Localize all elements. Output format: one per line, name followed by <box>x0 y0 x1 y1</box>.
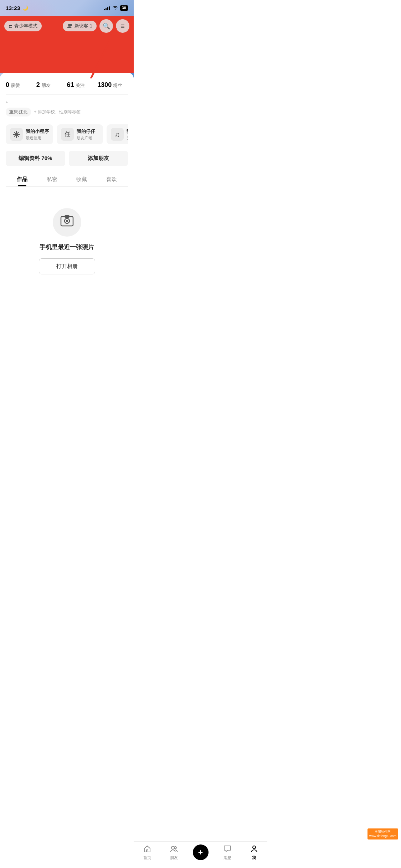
fans-number: 1300 <box>97 81 112 89</box>
quick-actions-row: 我的小程序 最近使用 任 我的仔仔 朋友广场 ♫ 我的 已收 <box>6 122 128 149</box>
works-empty-state: 手机里最近一张照片 打开相册 <box>0 187 134 289</box>
svg-point-3 <box>70 24 72 26</box>
stat-fans[interactable]: 1300 粉丝 <box>97 81 128 89</box>
battery-badge: 30 <box>120 5 128 11</box>
music-sub: 已收 <box>127 135 128 141</box>
status-time: 13:23 <box>6 5 20 11</box>
new-visitor-icon <box>67 23 73 29</box>
signal-bar-1 <box>104 9 105 10</box>
photo-icon <box>60 215 74 229</box>
profile-section: 0 获赞 2 朋友 61 关注 1300 粉丝 。 重庆·江北 + 添加学校、性… <box>0 73 134 187</box>
status-bar: 13:23 🌙 30 <box>0 0 134 13</box>
nav-bar: ⊏ 青少年模式 新访客 1 🔍 ≡ <box>0 16 134 36</box>
stat-friends[interactable]: 2 朋友 <box>36 81 67 89</box>
mini-programs-sub: 最近使用 <box>26 135 49 141</box>
mini-programs-title: 我的小程序 <box>26 128 49 135</box>
music-text: 我的 已收 <box>127 128 128 141</box>
stat-following[interactable]: 61 关注 <box>67 81 98 89</box>
photo-icon-circle <box>53 208 81 237</box>
svg-point-10 <box>66 220 68 222</box>
quick-action-music[interactable]: ♫ 我的 已收 <box>107 124 128 144</box>
zaizai-sub: 朋友广场 <box>77 135 95 141</box>
tab-likes[interactable]: 喜欢 <box>97 172 127 186</box>
content-tabs: 作品 私密 收藏 喜欢 <box>6 172 128 187</box>
following-number: 61 <box>67 81 74 89</box>
friends-number: 2 <box>36 81 40 89</box>
zaizai-icon: 任 <box>61 128 74 141</box>
menu-button[interactable]: ≡ <box>116 19 129 33</box>
tags-row: 重庆·江北 + 添加学校、性别等标签 <box>6 105 128 122</box>
works-empty-title: 手机里最近一张照片 <box>40 243 94 251</box>
tab-favorites[interactable]: 收藏 <box>67 172 97 186</box>
youth-mode-pill[interactable]: ⊏ 青少年模式 <box>4 21 42 31</box>
fans-label: 粉丝 <box>113 82 122 89</box>
signal-bars <box>104 6 110 10</box>
new-visitor-pill[interactable]: 新访客 1 <box>63 21 97 31</box>
quick-action-mini-programs[interactable]: 我的小程序 最近使用 <box>6 124 53 144</box>
youth-mode-icon: ⊏ <box>9 24 12 29</box>
mini-programs-icon <box>10 128 23 141</box>
signal-bar-2 <box>106 8 107 10</box>
add-tag-label: + 添加学校、性别等标签 <box>34 109 80 115</box>
zaizai-title: 我的仔仔 <box>77 128 95 135</box>
wifi-icon <box>112 5 118 11</box>
action-buttons: 编辑资料 70% 添加朋友 <box>6 149 128 172</box>
add-friend-button[interactable]: 添加朋友 <box>69 151 128 166</box>
add-tag-button[interactable]: + 添加学校、性别等标签 <box>34 109 80 115</box>
edit-profile-button[interactable]: 编辑资料 70% <box>6 151 65 166</box>
status-icons: 30 <box>104 5 128 11</box>
following-label: 关注 <box>76 82 85 89</box>
stat-likes: 0 获赞 <box>6 81 36 89</box>
stats-row: 0 获赞 2 朋友 61 关注 1300 粉丝 <box>6 78 128 95</box>
new-visitor-label: 新访客 1 <box>74 23 92 29</box>
likes-number: 0 <box>6 81 9 89</box>
zaizai-text: 我的仔仔 朋友广场 <box>77 128 95 141</box>
open-album-button[interactable]: 打开相册 <box>39 258 95 274</box>
youth-mode-label: 青少年模式 <box>14 23 37 29</box>
menu-icon: ≡ <box>120 22 125 30</box>
quick-action-zaizai[interactable]: 任 我的仔仔 朋友广场 <box>57 124 103 144</box>
search-icon: 🔍 <box>103 22 110 30</box>
signal-bar-4 <box>109 6 110 10</box>
friends-label: 朋友 <box>41 82 51 89</box>
tab-works[interactable]: 作品 <box>7 172 37 186</box>
music-icon: ♫ <box>111 128 124 141</box>
bio-dot: 。 <box>6 95 128 105</box>
mini-programs-text: 我的小程序 最近使用 <box>26 128 49 141</box>
signal-bar-3 <box>107 7 108 10</box>
search-button[interactable]: 🔍 <box>99 19 113 33</box>
moon-icon: 🌙 <box>22 5 28 11</box>
location-tag: 重庆·江北 <box>6 108 31 117</box>
tab-private[interactable]: 私密 <box>37 172 67 186</box>
likes-label: 获赞 <box>11 82 20 89</box>
music-title: 我的 <box>127 128 128 135</box>
